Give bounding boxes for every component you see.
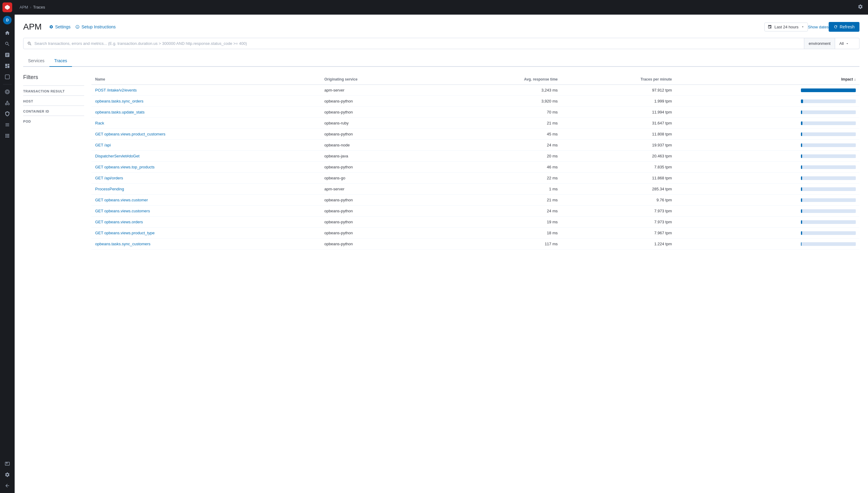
- user-avatar[interactable]: D: [3, 16, 12, 24]
- trace-tpm: 285.34 tpm: [561, 184, 676, 195]
- tab-services[interactable]: Services: [23, 55, 49, 67]
- settings-link[interactable]: Settings: [49, 24, 71, 29]
- trace-avg-response: 19 ms: [440, 217, 561, 228]
- table-row: GET opbeans.views.customer opbeans-pytho…: [91, 195, 860, 206]
- trace-name-link[interactable]: DispatcherServlet#doGet: [95, 154, 139, 158]
- sidebar-item-uptime[interactable]: [2, 98, 12, 108]
- trace-name-link[interactable]: GET opbeans.views.customers: [95, 209, 150, 213]
- sidebar-item-collapse[interactable]: [2, 481, 12, 491]
- show-dates-button[interactable]: Show dates: [808, 25, 829, 29]
- svg-rect-0: [5, 75, 9, 79]
- filter-label-container-id[interactable]: CONTAINER ID: [23, 106, 84, 115]
- chevron-down-icon: [845, 42, 849, 45]
- sidebar-item-infra[interactable]: [2, 131, 12, 141]
- col-originating-service: Originating service: [320, 74, 440, 85]
- trace-name-link[interactable]: ProcessPending: [95, 187, 124, 191]
- trace-impact: [675, 162, 860, 173]
- trace-name-link[interactable]: opbeans.tasks.sync_orders: [95, 99, 143, 103]
- sidebar-item-apm[interactable]: [2, 87, 12, 97]
- breadcrumb-apm[interactable]: APM: [20, 5, 28, 9]
- sidebar-item-settings[interactable]: [2, 470, 12, 479]
- setup-instructions-link[interactable]: Setup Instructions: [75, 24, 116, 29]
- trace-tpm: 7.967 tpm: [561, 228, 676, 239]
- trace-service: opbeans-python: [320, 107, 440, 118]
- environment-value: All: [839, 41, 844, 46]
- main-layout: Filters TRANSACTION RESULT HOST CONTAINE…: [23, 74, 860, 250]
- sidebar-item-visualize[interactable]: [2, 50, 12, 60]
- trace-tpm: 11.808 tpm: [561, 129, 676, 140]
- filters-panel: Filters TRANSACTION RESULT HOST CONTAINE…: [23, 74, 84, 250]
- trace-tpm: 1.224 tpm: [561, 239, 676, 250]
- sidebar-item-dev-tools[interactable]: [2, 459, 12, 469]
- environment-label: environment: [804, 38, 835, 49]
- environment-select[interactable]: All: [835, 38, 859, 49]
- trace-impact: [675, 228, 860, 239]
- sidebar-item-canvas[interactable]: [2, 72, 12, 82]
- trace-service: opbeans-python: [320, 206, 440, 217]
- filter-label-pod[interactable]: POD: [23, 115, 84, 126]
- table-header: Name Originating service Avg. response t…: [91, 74, 860, 85]
- trace-avg-response: 45 ms: [440, 129, 561, 140]
- trace-tpm: 19.937 tpm: [561, 140, 676, 151]
- filter-transaction-result: TRANSACTION RESULT: [23, 85, 84, 95]
- col-name: Name: [91, 74, 320, 85]
- trace-service: opbeans-node: [320, 140, 440, 151]
- trace-avg-response: 22 ms: [440, 173, 561, 184]
- table-row: GET opbeans.views.product_customers opbe…: [91, 129, 860, 140]
- filter-label-host[interactable]: HOST: [23, 95, 84, 106]
- trace-avg-response: 24 ms: [440, 206, 561, 217]
- table-row: opbeans.tasks.sync_customers opbeans-pyt…: [91, 239, 860, 250]
- trace-avg-response: 3,920 ms: [440, 96, 561, 107]
- table-row: opbeans.tasks.sync_orders opbeans-python…: [91, 96, 860, 107]
- sidebar-item-logs[interactable]: [2, 120, 12, 130]
- traces-table: Name Originating service Avg. response t…: [91, 74, 860, 250]
- trace-name-link[interactable]: GET opbeans.views.product_type: [95, 231, 155, 235]
- sidebar-item-discover[interactable]: [2, 39, 12, 49]
- setup-instructions-label: Setup Instructions: [82, 24, 116, 29]
- table-row: GET opbeans.views.product_type opbeans-p…: [91, 228, 860, 239]
- trace-name-link[interactable]: POST /intake/v2/events: [95, 88, 137, 92]
- trace-avg-response: 70 ms: [440, 107, 561, 118]
- app-logo: [2, 2, 12, 12]
- sidebar-item-dashboard[interactable]: [2, 61, 12, 71]
- search-container: environment All: [23, 38, 860, 49]
- trace-impact: [675, 239, 860, 250]
- trace-impact: [675, 217, 860, 228]
- date-range-selector[interactable]: Last 24 hours: [764, 23, 808, 31]
- trace-avg-response: 46 ms: [440, 162, 561, 173]
- tab-traces[interactable]: Traces: [49, 55, 72, 67]
- trace-name-link[interactable]: opbeans.tasks.update_stats: [95, 110, 144, 114]
- trace-name-link[interactable]: GET opbeans.views.product_customers: [95, 132, 165, 136]
- table-row: ProcessPending apm-server 1 ms 285.34 tp…: [91, 184, 860, 195]
- table-row: GET /api opbeans-node 24 ms 19.937 tpm: [91, 140, 860, 151]
- trace-name-link[interactable]: GET opbeans.views.orders: [95, 220, 143, 224]
- table-body: POST /intake/v2/events apm-server 3,243 …: [91, 85, 860, 250]
- filter-label-transaction-result[interactable]: TRANSACTION RESULT: [23, 85, 84, 95]
- sort-icon: ↓: [854, 77, 856, 82]
- trace-impact: [675, 151, 860, 162]
- sidebar-divider-1: [3, 84, 12, 85]
- topbar-settings-icon[interactable]: [858, 5, 863, 10]
- trace-avg-response: 21 ms: [440, 195, 561, 206]
- sidebar-item-home[interactable]: [2, 28, 12, 38]
- breadcrumb-traces: Traces: [33, 5, 45, 9]
- trace-name-link[interactable]: Rack: [95, 121, 104, 125]
- table-row: GET opbeans.views.orders opbeans-python …: [91, 217, 860, 228]
- sidebar-item-siem[interactable]: [2, 109, 12, 119]
- col-impact[interactable]: Impact ↓: [675, 74, 860, 85]
- search-input[interactable]: [35, 41, 801, 46]
- trace-name-link[interactable]: GET opbeans.views.customer: [95, 198, 148, 202]
- trace-tpm: 97.912 tpm: [561, 85, 676, 96]
- tabs-container: Services Traces: [23, 55, 860, 67]
- trace-service: opbeans-python: [320, 239, 440, 250]
- refresh-button[interactable]: Refresh: [829, 22, 860, 32]
- trace-name-link[interactable]: opbeans.tasks.sync_customers: [95, 242, 150, 246]
- settings-label: Settings: [55, 24, 71, 29]
- trace-name-link[interactable]: GET /api/orders: [95, 176, 123, 180]
- breadcrumb: APM › Traces: [20, 5, 45, 9]
- trace-name-link[interactable]: GET /api: [95, 143, 111, 147]
- refresh-label: Refresh: [840, 24, 854, 29]
- filter-pod: POD: [23, 115, 84, 126]
- trace-name-link[interactable]: GET opbeans.views.top_products: [95, 165, 155, 169]
- page-header: APM Settings Setup Instructions Last 24 …: [23, 22, 860, 32]
